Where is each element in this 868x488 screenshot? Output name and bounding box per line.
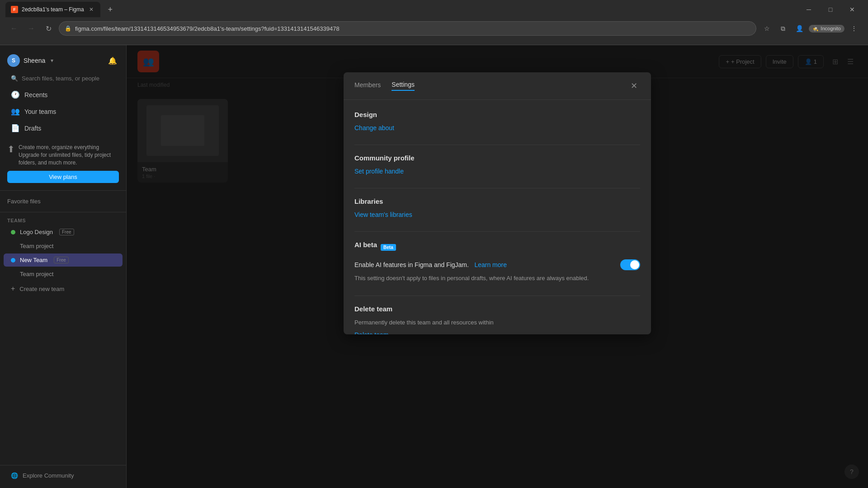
drafts-icon: 📄 — [11, 124, 20, 132]
address-bar[interactable]: 🔒 figma.com/files/team/13314131465349536… — [59, 21, 756, 36]
settings-section-design: Design Change about — [354, 111, 640, 132]
learn-more-link[interactable]: Learn more — [474, 261, 507, 268]
toolbar-icons: ☆ ⧉ 👤 🕵 Incognito ⋮ — [760, 22, 861, 35]
sidebar-search[interactable]: 🔍 Search files, teams, or people — [4, 72, 123, 84]
sidebar-divider-2 — [0, 212, 126, 212]
sidebar-item-recents[interactable]: 🕐 Recents — [4, 87, 123, 103]
ai-enable-text: Enable AI features in Figma and FigJam. — [354, 261, 469, 268]
modal-tab-members[interactable]: Members — [354, 81, 381, 90]
team-new-team-label: New Team — [20, 257, 47, 263]
sidebar-item-drafts[interactable]: 📄 Drafts — [4, 120, 123, 136]
sidebar-item-your-teams[interactable]: 👥 Your teams — [4, 103, 123, 119]
create-new-team-button[interactable]: + Create new team — [4, 282, 123, 296]
favorite-files-label: Favorite files — [0, 194, 126, 208]
team-logo-design-badge: Free — [59, 229, 74, 235]
new-tab-button[interactable]: + — [104, 3, 117, 16]
modal-tab-settings[interactable]: Settings — [392, 81, 415, 91]
delete-team-link[interactable]: Delete team — [354, 331, 388, 334]
toggle-knob — [630, 260, 639, 269]
tab-favicon: F — [11, 6, 18, 13]
chevron-down-icon: ▾ — [51, 57, 53, 64]
recents-label: Recents — [24, 91, 47, 99]
sidebar: S Sheena ▾ 🔔 🔍 Search files, teams, or p… — [0, 45, 127, 488]
team-logo-design-label: Logo Design — [20, 229, 53, 235]
search-icon: 🔍 — [11, 75, 18, 82]
settings-section-delete-team: Delete team Permanently delete this team… — [354, 305, 640, 335]
profile-button[interactable]: 👤 — [793, 22, 806, 35]
ai-toggle-switch[interactable] — [620, 259, 640, 270]
sidebar-team-project-2[interactable]: Team project — [4, 267, 123, 281]
close-button[interactable]: ✕ — [842, 2, 863, 17]
your-teams-label: Your teams — [24, 108, 56, 115]
sidebar-team-new-team[interactable]: New Team Free — [4, 253, 123, 267]
ai-description: This setting doesn't apply to files in p… — [354, 274, 640, 283]
search-placeholder-text: Search files, teams, or people — [22, 75, 99, 82]
tab-close-button[interactable]: ✕ — [88, 6, 95, 13]
beta-badge: Beta — [381, 244, 396, 251]
browser-chrome: F 2edcb8a1's team – Figma ✕ + ─ □ ✕ ← → … — [0, 0, 868, 45]
app-container: S Sheena ▾ 🔔 🔍 Search files, teams, or p… — [0, 45, 868, 488]
incognito-badge: 🕵 Incognito — [809, 25, 844, 33]
view-plans-sidebar-button[interactable]: View plans — [7, 171, 119, 183]
extensions-button[interactable]: ⧉ — [776, 22, 790, 35]
delete-team-section-title: Delete team — [354, 305, 640, 313]
forward-button[interactable]: → — [24, 22, 38, 35]
your-teams-icon: 👥 — [11, 107, 20, 116]
team-new-team-badge: Free — [54, 257, 69, 263]
modal-header: Members Settings ✕ — [344, 72, 651, 100]
modal-body: Design Change about Community profile Se… — [344, 100, 651, 334]
ai-beta-section-title: AI beta — [354, 241, 377, 249]
upgrade-icon: ⬆ — [7, 144, 15, 155]
community-section-title: Community profile — [354, 154, 640, 162]
team-project-2-label: Team project — [20, 271, 53, 277]
sidebar-divider-3 — [0, 465, 126, 465]
recents-icon: 🕐 — [11, 90, 20, 99]
explore-label: Explore Community — [23, 472, 74, 479]
active-tab[interactable]: F 2edcb8a1's team – Figma ✕ — [5, 2, 100, 17]
notification-bell-icon[interactable]: 🔔 — [106, 54, 119, 67]
minimize-button[interactable]: ─ — [798, 2, 819, 17]
change-about-link[interactable]: Change about — [354, 124, 394, 131]
settings-divider-2 — [354, 188, 640, 188]
team-dot-green — [11, 230, 15, 235]
view-libraries-link[interactable]: View team's libraries — [354, 211, 412, 218]
settings-divider-3 — [354, 231, 640, 232]
explore-icon: 🌐 — [11, 472, 18, 479]
browser-menu-button[interactable]: ⋮ — [847, 22, 861, 35]
back-button[interactable]: ← — [7, 22, 21, 35]
address-text: figma.com/files/team/1331413146534953679… — [75, 25, 750, 32]
window-controls: ─ □ ✕ — [798, 2, 863, 17]
sidebar-explore-community[interactable]: 🌐 Explore Community — [4, 469, 123, 482]
settings-section-community: Community profile Set profile handle — [354, 154, 640, 175]
modal-overlay[interactable]: Members Settings ✕ Design Change about C… — [127, 45, 868, 488]
team-dot-blue — [11, 258, 15, 263]
teams-section-label: Teams — [0, 216, 126, 225]
settings-section-libraries: Libraries View team's libraries — [354, 197, 640, 219]
sidebar-team-project-1[interactable]: Team project — [4, 239, 123, 253]
user-name: Sheena — [24, 57, 45, 64]
sidebar-divider-1 — [0, 190, 126, 191]
settings-divider-1 — [354, 145, 640, 145]
drafts-label: Drafts — [24, 125, 41, 132]
upgrade-description: Create more, organize everything Upgrade… — [19, 144, 119, 166]
plus-icon: + — [11, 285, 15, 293]
libraries-section-title: Libraries — [354, 197, 640, 205]
design-section-title: Design — [354, 111, 640, 118]
tab-title: 2edcb8a1's team – Figma — [22, 6, 84, 13]
settings-section-ai-beta: AI beta Beta Enable AI features in Figma… — [354, 241, 640, 283]
set-profile-handle-link[interactable]: Set profile handle — [354, 168, 404, 175]
maximize-button[interactable]: □ — [820, 2, 841, 17]
bookmark-button[interactable]: ☆ — [760, 22, 774, 35]
upgrade-box: ⬆ Create more, organize everything Upgra… — [7, 140, 119, 183]
delete-team-description: Permanently delete this team and all res… — [354, 318, 640, 327]
browser-toolbar: ← → ↻ 🔒 figma.com/files/team/13314131465… — [0, 19, 868, 38]
refresh-button[interactable]: ↻ — [42, 22, 55, 35]
lock-icon: 🔒 — [65, 25, 71, 32]
browser-titlebar: F 2edcb8a1's team – Figma ✕ + ─ □ ✕ — [0, 0, 868, 19]
team-project-1-label: Team project — [20, 243, 53, 249]
sidebar-team-logo-design[interactable]: Logo Design Free — [4, 225, 123, 239]
settings-divider-4 — [354, 296, 640, 296]
modal-close-button[interactable]: ✕ — [627, 80, 640, 92]
settings-modal: Members Settings ✕ Design Change about C… — [344, 72, 651, 334]
main-content: 👥 + + Project Invite 👤 1 ⊞ ☰ — [127, 45, 868, 488]
